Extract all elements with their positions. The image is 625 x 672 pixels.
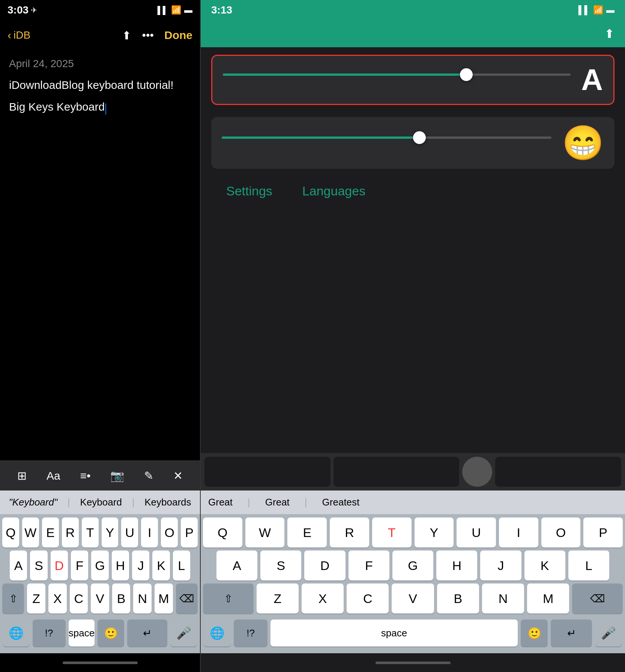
key-Y[interactable]: Y — [102, 518, 119, 548]
return-key[interactable]: ↵ — [127, 620, 168, 646]
done-button[interactable]: Done — [164, 29, 192, 42]
key-O[interactable]: O — [161, 518, 178, 548]
note-content-area[interactable]: April 24, 2025 iDownloadBlog keyboard tu… — [0, 50, 200, 460]
languages-link[interactable]: Languages — [302, 184, 365, 198]
key-S[interactable]: S — [30, 550, 47, 580]
right-key-R[interactable]: R — [330, 518, 369, 548]
key-L[interactable]: L — [173, 550, 190, 580]
right-share-icon[interactable]: ⬆ — [604, 27, 614, 41]
shift-key[interactable]: ⇧ — [2, 584, 24, 614]
keyboard-row-3: ⇧ Z X C V B N M ⌫ — [0, 584, 200, 614]
key-Q[interactable]: Q — [2, 518, 19, 548]
key-E[interactable]: E — [42, 518, 59, 548]
right-globe-key[interactable]: 🌐 — [204, 620, 231, 646]
right-key-C[interactable]: C — [347, 584, 389, 614]
back-button[interactable]: ‹ iDB — [8, 29, 30, 42]
key-C[interactable]: C — [70, 584, 88, 614]
key-J[interactable]: J — [132, 550, 149, 580]
right-key-S[interactable]: S — [260, 550, 301, 580]
right-autocorrect-word-2[interactable]: Great — [265, 496, 290, 508]
key-R[interactable]: R — [62, 518, 79, 548]
right-battery-icon: ▬ — [606, 5, 614, 15]
key-T[interactable]: T — [82, 518, 99, 548]
right-key-Z[interactable]: Z — [257, 584, 299, 614]
key-Z[interactable]: Z — [27, 584, 45, 614]
key-G[interactable]: G — [91, 550, 108, 580]
symbols-key[interactable]: !? — [33, 620, 66, 646]
right-key-T[interactable]: T — [372, 518, 412, 548]
right-return-key[interactable]: ↵ — [551, 620, 592, 646]
key-D[interactable]: D — [51, 550, 68, 580]
key-F[interactable]: F — [71, 550, 88, 580]
right-home-bar — [376, 662, 451, 664]
delete-key[interactable]: ⌫ — [176, 584, 198, 614]
key-N[interactable]: N — [133, 584, 152, 614]
right-autocorrect-word-1[interactable]: Great — [208, 496, 233, 508]
key-W[interactable]: W — [22, 518, 39, 548]
key-H[interactable]: H — [112, 550, 129, 580]
right-key-D[interactable]: D — [304, 550, 345, 580]
right-emoji-key[interactable]: 🙂 — [521, 620, 548, 646]
keyboard-row-1: Q W E R T Y U I O P — [0, 518, 200, 548]
right-key-U[interactable]: U — [457, 518, 496, 548]
emoji-key[interactable]: 🙂 — [98, 620, 124, 646]
list-icon[interactable]: ≡• — [80, 470, 90, 482]
emoji-slider-container[interactable] — [222, 136, 551, 149]
close-keyboard-icon[interactable]: ✕ — [173, 469, 183, 482]
right-key-P[interactable]: P — [583, 518, 623, 548]
key-V[interactable]: V — [91, 584, 109, 614]
size-slider-thumb[interactable] — [460, 68, 473, 81]
right-key-E[interactable]: E — [287, 518, 327, 548]
right-key-A[interactable]: A — [216, 550, 257, 580]
right-symbols-key[interactable]: !? — [234, 620, 267, 646]
autocorrect-word-3[interactable]: Keyboards — [144, 496, 191, 508]
mic-key[interactable]: 🎤 — [170, 620, 197, 646]
right-divider-2: | — [305, 496, 307, 508]
right-divider-1: | — [248, 496, 250, 508]
autocorrect-word-1[interactable]: "Keyboard" — [9, 496, 57, 508]
key-M[interactable]: M — [155, 584, 173, 614]
share-icon[interactable]: ⬆ — [122, 29, 131, 42]
right-key-L[interactable]: L — [568, 550, 609, 580]
right-key-V[interactable]: V — [392, 584, 434, 614]
right-key-Y[interactable]: Y — [415, 518, 454, 548]
right-delete-key[interactable]: ⌫ — [572, 584, 623, 614]
right-autocorrect-word-3[interactable]: Greatest — [322, 496, 360, 508]
right-key-K[interactable]: K — [524, 550, 565, 580]
autocorrect-word-2[interactable]: Keyboard — [80, 496, 122, 508]
scribble-icon[interactable]: ✎ — [144, 469, 153, 482]
right-key-W[interactable]: W — [245, 518, 285, 548]
key-X[interactable]: X — [48, 584, 67, 614]
right-key-F[interactable]: F — [349, 550, 389, 580]
note-body-line2: Big Keys Keyboard — [9, 100, 105, 113]
emoji-slider-thumb[interactable] — [413, 131, 426, 144]
right-key-I[interactable]: I — [499, 518, 538, 548]
right-key-B[interactable]: B — [437, 584, 479, 614]
globe-key[interactable]: 🌐 — [3, 620, 30, 646]
key-A[interactable]: A — [10, 550, 27, 580]
table-icon[interactable]: ⊞ — [17, 469, 27, 482]
right-key-X[interactable]: X — [302, 584, 344, 614]
right-key-G[interactable]: G — [392, 550, 433, 580]
camera-icon[interactable]: 📷 — [110, 469, 124, 482]
right-key-Q[interactable]: Q — [203, 518, 242, 548]
more-icon[interactable]: ••• — [142, 29, 154, 42]
right-key-O[interactable]: O — [541, 518, 581, 548]
key-U[interactable]: U — [121, 518, 138, 548]
key-B[interactable]: B — [112, 584, 131, 614]
right-keyboard-row-3: ⇧ Z X C V B N M ⌫ — [201, 584, 625, 614]
size-slider-container[interactable] — [223, 74, 571, 86]
right-shift-key[interactable]: ⇧ — [203, 584, 254, 614]
space-key[interactable]: space — [69, 620, 95, 646]
key-I[interactable]: I — [141, 518, 158, 548]
key-K[interactable]: K — [152, 550, 170, 580]
right-key-M[interactable]: M — [527, 584, 569, 614]
right-key-N[interactable]: N — [482, 584, 524, 614]
right-mic-key[interactable]: 🎤 — [595, 620, 622, 646]
right-key-J[interactable]: J — [480, 550, 521, 580]
settings-link[interactable]: Settings — [226, 184, 272, 198]
format-icon[interactable]: Aa — [47, 470, 60, 482]
key-P[interactable]: P — [181, 518, 198, 548]
right-space-key[interactable]: space — [270, 620, 518, 646]
right-key-H[interactable]: H — [436, 550, 477, 580]
